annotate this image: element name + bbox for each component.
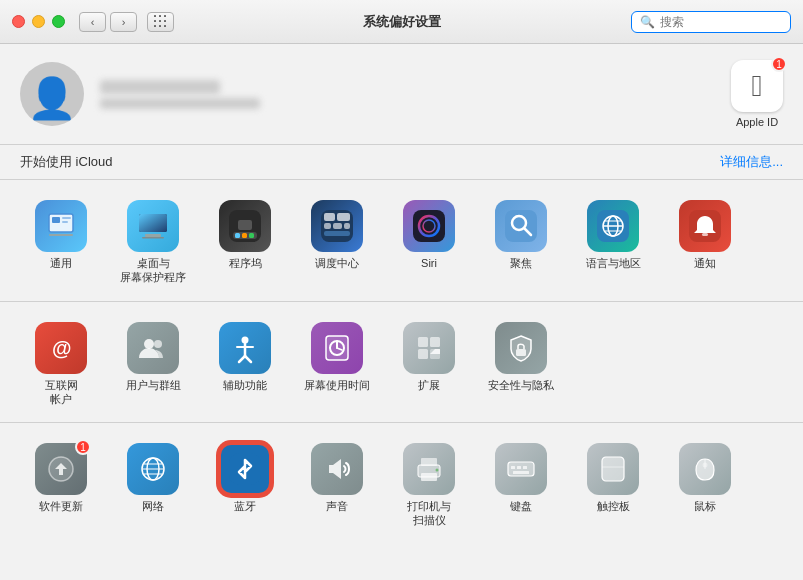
avatar[interactable]: 👤 <box>20 62 84 126</box>
pref-item-missionctrl[interactable]: 调度中心 <box>292 192 382 289</box>
pref-icon-desktop <box>127 200 179 252</box>
software-icon-wrapper: 1 <box>35 443 87 495</box>
svg-rect-8 <box>142 237 164 239</box>
svg-rect-18 <box>324 223 331 229</box>
back-button[interactable]: ‹ <box>79 12 106 32</box>
svg-point-71 <box>703 463 708 468</box>
pref-icon-missionctrl <box>311 200 363 252</box>
pref-label-notif: 通知 <box>694 256 716 270</box>
svg-rect-7 <box>145 234 161 237</box>
pref-label-extensions: 扩展 <box>418 378 440 392</box>
pref-item-sound[interactable]: 声音 <box>292 435 382 532</box>
pref-label-mouse: 鼠标 <box>694 499 716 513</box>
pref-icon-users <box>127 322 179 374</box>
pref-item-bluetooth[interactable]: 蓝牙 <box>200 435 290 532</box>
pref-item-trackpad[interactable]: 触控板 <box>568 435 658 532</box>
pref-item-network[interactable]: 网络 <box>108 435 198 532</box>
user-name <box>100 80 220 94</box>
icloud-detail-link[interactable]: 详细信息... <box>720 153 783 171</box>
pref-icon-trackpad <box>587 443 639 495</box>
user-email <box>100 98 260 109</box>
pref-label-users: 用户与群组 <box>126 378 181 392</box>
user-left: 👤 <box>20 62 260 126</box>
svg-rect-25 <box>505 210 537 242</box>
search-box[interactable]: 🔍 <box>631 11 791 33</box>
pref-item-security[interactable]: 安全性与隐私 <box>476 314 566 411</box>
svg-text:@: @ <box>52 337 72 359</box>
svg-line-43 <box>245 356 251 362</box>
apple-logo-icon:  <box>752 69 763 103</box>
pref-label-siri: Siri <box>421 256 437 270</box>
pref-item-users[interactable]: 用户与群组 <box>108 314 198 411</box>
pref-item-siri[interactable]: Siri <box>384 192 474 289</box>
svg-rect-61 <box>421 473 437 481</box>
maximize-button[interactable] <box>52 15 65 28</box>
pref-icon-access <box>219 322 271 374</box>
pref-label-missionctrl: 调度中心 <box>315 256 359 270</box>
close-button[interactable] <box>12 15 25 28</box>
pref-grid-1: 通用 桌面与屏幕保护程序 程序坞 调度中心 <box>16 192 787 289</box>
pref-label-desktop: 桌面与屏幕保护程序 <box>120 256 186 285</box>
grid-view-button[interactable] <box>147 12 174 32</box>
svg-point-38 <box>154 340 162 348</box>
svg-rect-4 <box>49 234 73 236</box>
pref-item-mouse[interactable]: 鼠标 <box>660 435 750 532</box>
pref-item-screentime[interactable]: 屏幕使用时间 <box>292 314 382 411</box>
pref-item-spotlight[interactable]: 聚焦 <box>476 192 566 289</box>
svg-rect-52 <box>516 349 526 356</box>
pref-icon-screentime <box>311 322 363 374</box>
svg-rect-16 <box>324 213 335 221</box>
icloud-banner: 开始使用 iCloud 详细信息... <box>0 145 803 180</box>
pref-item-general[interactable]: 通用 <box>16 192 106 289</box>
forward-button[interactable]: › <box>110 12 137 32</box>
pref-item-printer[interactable]: 打印机与扫描仪 <box>384 435 474 532</box>
pref-item-extensions[interactable]: 扩展 <box>384 314 474 411</box>
svg-rect-20 <box>344 223 350 229</box>
pref-label-network: 网络 <box>142 499 164 513</box>
svg-rect-60 <box>421 458 437 466</box>
svg-rect-49 <box>430 337 440 347</box>
pref-icon-network <box>127 443 179 495</box>
svg-rect-68 <box>602 457 624 481</box>
svg-rect-14 <box>238 220 252 230</box>
nav-buttons: ‹ › <box>79 12 137 32</box>
search-input[interactable] <box>660 15 782 29</box>
pref-item-software[interactable]: 1 软件更新 <box>16 435 106 532</box>
pref-item-internet[interactable]: @ 互联网帐户 <box>16 314 106 411</box>
minimize-button[interactable] <box>32 15 45 28</box>
pref-grid-3: 1 软件更新 网络 蓝牙 <box>16 435 787 532</box>
user-info <box>100 80 260 109</box>
pref-item-lang[interactable]: 语言与地区 <box>568 192 658 289</box>
pref-icon-extensions <box>403 322 455 374</box>
pref-item-notif[interactable]: 通知 <box>660 192 750 289</box>
svg-rect-67 <box>513 471 529 474</box>
grid-icon <box>154 15 168 29</box>
pref-item-keyboard[interactable]: 键盘 <box>476 435 566 532</box>
svg-line-42 <box>239 356 245 362</box>
pref-label-general: 通用 <box>50 256 72 270</box>
pref-icon-sound <box>311 443 363 495</box>
svg-rect-48 <box>418 337 428 347</box>
grid-section-2: @ 互联网帐户 用户与群组 辅助功能 <box>0 302 803 424</box>
pref-icon-mouse <box>679 443 731 495</box>
apple-id-badge: 1 <box>771 56 787 72</box>
pref-icon-printer <box>403 443 455 495</box>
pref-item-desktop[interactable]: 桌面与屏幕保护程序 <box>108 192 198 289</box>
pref-label-keyboard: 键盘 <box>510 499 532 513</box>
titlebar: ‹ › 系统偏好设置 🔍 <box>0 0 803 44</box>
svg-rect-13 <box>249 233 254 238</box>
pref-label-lang: 语言与地区 <box>586 256 641 270</box>
pref-icon-general <box>35 200 87 252</box>
grid-section-3: 1 软件更新 网络 蓝牙 <box>0 423 803 544</box>
pref-item-access[interactable]: 辅助功能 <box>200 314 290 411</box>
svg-rect-64 <box>511 466 515 469</box>
svg-rect-65 <box>517 466 521 469</box>
apple-id-section[interactable]:  1 Apple ID <box>731 60 783 128</box>
svg-rect-2 <box>62 217 71 219</box>
grid-section-1: 通用 桌面与屏幕保护程序 程序坞 调度中心 <box>0 180 803 302</box>
svg-point-62 <box>436 469 439 472</box>
svg-rect-1 <box>52 217 60 223</box>
apple-id-icon:  1 <box>731 60 783 112</box>
pref-item-dock[interactable]: 程序坞 <box>200 192 290 289</box>
icloud-text: 开始使用 iCloud <box>20 153 112 171</box>
